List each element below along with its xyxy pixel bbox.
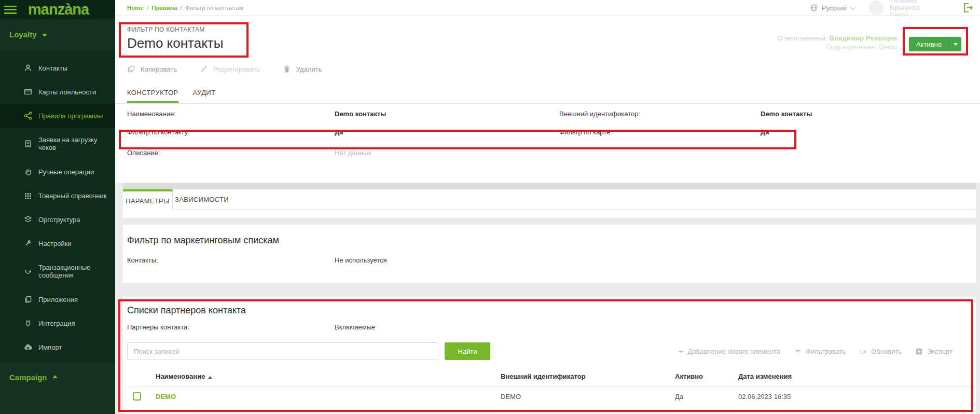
search-input[interactable] <box>127 342 438 360</box>
export-icon <box>915 348 923 355</box>
breadcrumb-home[interactable]: Home <box>127 5 144 11</box>
sidebar-item-contacts[interactable]: Контакты <box>0 56 115 80</box>
hamburger-menu-icon[interactable] <box>4 6 17 14</box>
language-selector[interactable]: Русский <box>810 4 854 12</box>
contacts-value: Не используется <box>335 256 387 264</box>
row-modified-date: 02.06.2023 16:35 <box>738 387 976 406</box>
sidebar-item-label: Оргструктура <box>38 216 80 224</box>
tab-parameters[interactable]: ПАРАМЕТРЫ <box>123 189 173 210</box>
field-row: Описание: Нет данных <box>127 142 980 163</box>
sidebar-item-transactional-messages[interactable]: Транзакционные сообщения <box>0 255 115 287</box>
field-value-external-id: Demo контакты <box>761 110 812 118</box>
sidebar-item-label: Импорт <box>38 343 62 351</box>
sidebar-section-campaign[interactable]: Campaign <box>0 362 115 392</box>
field-label-contact-filter: Фильтр по контакту: <box>127 128 335 136</box>
sidebar-top-bar: manzàna <box>0 0 115 19</box>
status-dropdown-caret[interactable] <box>949 37 961 51</box>
search-button[interactable]: Найти <box>445 342 490 360</box>
sidebar-item-product-catalog[interactable]: Товарный справочник <box>0 184 115 208</box>
top-bar: Home / Правила / Фильтр по контактам Рус… <box>115 0 980 16</box>
table-row[interactable]: DEMO DEMO Да 02.06.2023 16:35 <box>127 387 976 406</box>
sidebar-item-loyalty-cards[interactable]: Карты лояльности <box>0 80 115 104</box>
sync-icon <box>24 267 32 275</box>
sidebar: manzàna Loyalty Контакты Карты лояльност… <box>0 0 115 414</box>
tab-audit[interactable]: АУДИТ <box>193 89 216 103</box>
add-new-item-button[interactable]: + Добавление нового элемента <box>678 348 780 355</box>
field-value-name: Demo контакты <box>335 110 559 118</box>
sort-ascending-icon <box>208 376 212 379</box>
sidebar-section-campaign-container: Campaign <box>0 362 115 414</box>
share-network-icon <box>24 112 32 120</box>
sidebar-item-label: Приложения <box>38 296 78 303</box>
sidebar-item-org-structure[interactable]: Оргструктура <box>0 208 115 231</box>
grid-toolbar: Найти + Добавление нового элемента Фильт… <box>127 342 976 360</box>
column-header-external-id[interactable]: Внешний идентификатор <box>501 369 675 387</box>
language-label: Русский <box>822 4 847 12</box>
export-label: Экспорт <box>927 348 953 355</box>
sidebar-item-label: Контакты <box>38 64 67 72</box>
sidebar-item-receipt-uploads[interactable]: Заявки на загрузку чеков <box>0 128 115 160</box>
app-window: manzàna Loyalty Контакты Карты лояльност… <box>0 0 980 414</box>
sidebar-item-applications[interactable]: Приложения <box>0 287 115 311</box>
export-button[interactable]: Экспорт <box>915 348 953 355</box>
row-name-link[interactable]: DEMO <box>156 393 176 401</box>
sidebar-item-manual-operations[interactable]: Ручные операции <box>0 160 115 184</box>
sidebar-item-program-rules[interactable]: Правила программы <box>0 104 115 128</box>
card-icon <box>24 88 32 96</box>
select-column-header <box>127 369 156 387</box>
person-icon <box>24 64 32 72</box>
record-tabs: КОНСТРУКТОР АУДИТ <box>127 89 980 103</box>
avatar[interactable] <box>869 1 884 15</box>
grid-actions: + Добавление нового элемента Фильтровать… <box>678 348 953 355</box>
plug-icon <box>24 319 32 327</box>
edit-button[interactable]: Редактировать <box>200 65 260 73</box>
sidebar-item-import[interactable]: Импорт <box>0 335 115 359</box>
row-external-id: DEMO <box>501 387 675 406</box>
tab-constructor[interactable]: КОНСТРУКТОР <box>127 89 178 103</box>
field-label-name: Наименование: <box>127 110 335 118</box>
field-label-external-id: Внешний идентификатор: <box>559 110 761 118</box>
chevron-down-icon <box>42 34 47 37</box>
column-header-active[interactable]: Активно <box>675 369 738 387</box>
cloud-upload-icon <box>24 343 32 351</box>
field-label-card-filter: Фильтр по карте: <box>559 128 761 136</box>
chevron-down-icon <box>850 4 856 10</box>
sidebar-item-integration[interactable]: Интеграция <box>0 311 115 335</box>
delete-label: Удалить <box>296 65 322 73</box>
pencil-icon <box>200 65 208 73</box>
breadcrumb-separator: / <box>147 5 148 11</box>
unit-line: Подразделение: Demo <box>777 43 897 51</box>
breadcrumb-rules[interactable]: Правила <box>151 5 177 11</box>
chevron-up-icon <box>52 375 58 378</box>
add-new-item-label: Добавление нового элемента <box>687 348 780 355</box>
filter-button[interactable]: Фильтровать <box>794 348 846 355</box>
partner-lists-card: Списки партнеров контакта Партнеры конта… <box>123 297 976 414</box>
status-dropdown-button[interactable]: Активно <box>909 37 961 51</box>
column-header-name[interactable]: Наименование <box>156 369 501 387</box>
responsible-value: Владимир Резанцев <box>830 34 897 42</box>
tab-dependencies[interactable]: ЗАВИСИМОСТИ <box>173 189 231 210</box>
sidebar-item-settings[interactable]: Настройки <box>0 231 115 255</box>
wrench-icon <box>24 239 32 247</box>
breadcrumb-current: Фильтр по контактам <box>185 5 243 11</box>
status-label: Активно <box>909 40 949 48</box>
refresh-button[interactable]: Обновить <box>859 348 902 355</box>
breadcrumb: Home / Правила / Фильтр по контактам <box>127 5 243 11</box>
column-header-modified-date[interactable]: Дата изменения <box>738 369 976 387</box>
entity-type-kicker: ФИЛЬТР ПО КОНТАКТАМ <box>127 26 980 33</box>
caret-down-icon <box>954 43 958 46</box>
refresh-icon <box>859 348 867 355</box>
param-tabstrip-top <box>123 183 976 189</box>
edit-label: Редактировать <box>213 65 260 73</box>
field-value-card-filter: Да <box>761 128 769 136</box>
sidebar-item-label: Правила программы <box>38 112 103 120</box>
row-checkbox[interactable] <box>133 392 141 401</box>
sidebar-section-loyalty[interactable]: Loyalty <box>0 19 115 50</box>
hand-icon <box>24 168 32 176</box>
logout-icon[interactable] <box>962 2 974 13</box>
record-header: ФИЛЬТР ПО КОНТАКТАМ Demo контакты Ответс… <box>115 16 980 183</box>
grid-icon <box>24 191 32 200</box>
delete-button[interactable]: Удалить <box>283 65 322 73</box>
copy-button[interactable]: Копировать <box>127 65 177 73</box>
lower-content: ПАРАМЕТРЫ ЗАВИСИМОСТИ Фильтр по маркетин… <box>115 183 980 414</box>
